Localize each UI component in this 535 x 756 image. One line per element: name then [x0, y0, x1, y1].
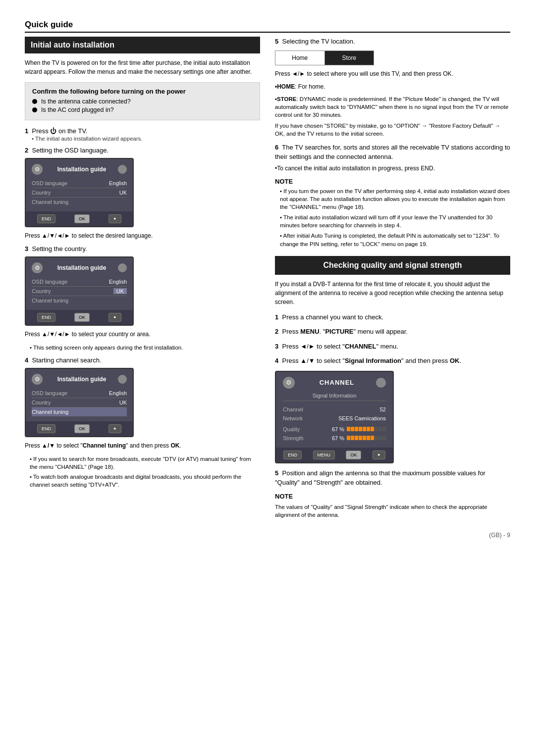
ch-btn-menu: MENU — [313, 451, 335, 459]
note2-header: NOTE — [275, 493, 510, 500]
network-label: Network — [283, 415, 303, 421]
ch-btn-ok: OK — [346, 451, 361, 459]
page-container: Quick guide Initial auto installation Wh… — [25, 20, 510, 539]
right-column: 5 Selecting the TV location. Home Store … — [275, 37, 510, 522]
step3-note: This setting screen only appears during … — [30, 344, 260, 352]
step-4-num: 4 — [25, 356, 28, 364]
channel-row-quality: Quality 67 % — [283, 425, 386, 434]
note-3: After initial Auto Tuning is completed, … — [280, 232, 510, 248]
tv-gear-icon-1: ⚙ — [32, 164, 43, 175]
tv-gear-icon-3: ⚙ — [32, 374, 43, 385]
press-ok-text: Press ◄/► to select where you will use t… — [275, 69, 510, 78]
channel-subtitle: Signal Information — [283, 393, 386, 401]
intro-text: When the TV is powered on for the first … — [25, 58, 260, 76]
checking-section-header: Checking quality and signal strength — [275, 256, 510, 275]
confirm-item-2: Is the AC cord plugged in? — [32, 106, 253, 113]
step-1: 1 Press ⏻ on the TV. The initial auto in… — [25, 127, 260, 142]
strength-label: Strength — [283, 435, 304, 441]
ch-btn-extra: ✦ — [373, 451, 385, 459]
store-button[interactable]: Store — [325, 51, 374, 65]
step-3-num: 3 — [25, 245, 28, 252]
channel-row-network: Network SEES Caenications — [283, 414, 386, 423]
channel-row-channel: Channel 52 — [283, 405, 386, 414]
note-1: If you turn the power on the TV after pe… — [280, 187, 510, 211]
step4-note-2: To watch both analogue broadcasts and di… — [30, 473, 260, 489]
channel-row-strength: Strength 67 % — [283, 434, 386, 443]
step-1-num: 1 — [25, 127, 28, 135]
press-step3: Press ▲/▼/◄/► to select your country or … — [25, 330, 260, 339]
quality-bar-container: 67 % — [332, 426, 386, 432]
step-2: 2 Setting the OSD language. ⚙ Installati… — [25, 147, 260, 240]
step-4: 4 Starting channel search. ⚙ Installatio… — [25, 356, 260, 489]
tv-title-2: Installation guide — [46, 264, 118, 271]
quality-label: Quality — [283, 426, 300, 432]
step-1-text: Press ⏻ on the TV. — [30, 127, 88, 135]
strength-value: 67 % — [332, 435, 345, 441]
tv-signal-icon-1 — [118, 165, 127, 174]
channel-signal-icon — [376, 378, 386, 388]
tv-screen-1: ⚙ Installation guide OSD language Englis… — [25, 158, 134, 227]
channel-gear-icon: ⚙ — [283, 377, 295, 389]
strength-bar-container: 67 % — [332, 435, 386, 441]
checking-step-5: 5 Position and align the antenna so that… — [275, 468, 510, 488]
step4-note-1: If you want to search for more broadcast… — [30, 455, 260, 471]
confirm-item-1: Is the antenna cable connected? — [32, 98, 253, 105]
tv-btn-ok-2: OK — [74, 313, 90, 322]
tv-screen-3: ⚙ Installation guide OSD language Englis… — [25, 368, 134, 437]
store-desc: •STORE: DYNAMIC mode is predetermined. I… — [275, 95, 510, 119]
location-buttons: Home Store — [275, 50, 374, 65]
step-5-num: 5 — [275, 38, 278, 45]
checking-step-2: 2 Press MENU. "PICTURE" menu will appear… — [275, 327, 510, 337]
step-1-sub: The initial auto installation wizard app… — [32, 136, 260, 142]
confirm-box: Confirm the following before turning on … — [25, 82, 260, 120]
checking-step-4: 4 Press ▲/▼ to select "Signal Informatio… — [275, 356, 510, 366]
quality-value: 67 % — [332, 426, 345, 432]
tv-btn-end-3: END — [37, 424, 55, 433]
left-column: Initial auto installation When the TV is… — [25, 37, 260, 522]
home-desc: •HOME: For home. — [275, 82, 510, 91]
tv-btn-end-1: END — [37, 214, 55, 223]
channel-title: CHANNEL — [298, 379, 376, 386]
strength-bar — [347, 436, 386, 440]
store-note1: If you have chosen "STORE" by mistake, g… — [275, 122, 510, 138]
confirm-box-title: Confirm the following before turning on … — [32, 88, 253, 95]
note-section: NOTE If you turn the power on the TV aft… — [275, 178, 510, 248]
tv-screen-2: ⚙ Installation guide OSD language Englis… — [25, 256, 134, 326]
channel-buttons: END MENU OK ✦ — [276, 448, 393, 462]
tv-btn-extra-3: ✦ — [108, 424, 121, 433]
note2-text: The values of "Quality" and "Signal Stre… — [275, 503, 510, 519]
checking-step-3: 3 Press ◄/► to select "CHANNEL" menu. — [275, 342, 510, 352]
tv-btn-extra-2: ✦ — [108, 313, 121, 322]
step-6: 6 The TV searches for, sorts and stores … — [275, 143, 510, 173]
bullet-circle-2 — [32, 107, 37, 112]
tv-btn-extra-1: ✦ — [108, 214, 121, 223]
note2-section: NOTE The values of "Quality" and "Signal… — [275, 493, 510, 519]
press-step4: Press ▲/▼ to select "Channel tuning" and… — [25, 441, 260, 450]
channel-screen: ⚙ CHANNEL Signal Information Channel 52 … — [275, 371, 394, 463]
tv-btn-ok-1: OK — [74, 214, 90, 223]
page-number: (GB) - 9 — [489, 532, 510, 539]
step-6-num: 6 — [275, 144, 278, 151]
quick-guide-title: Quick guide — [25, 20, 510, 33]
channel-label: Channel — [283, 406, 303, 412]
home-button[interactable]: Home — [275, 51, 325, 65]
checking-step-1: 1 Press a channel you want to check. — [275, 312, 510, 322]
tv-signal-icon-3 — [118, 375, 127, 384]
page-footer: (GB) - 9 — [25, 532, 510, 539]
step-5-location: 5 Selecting the TV location. Home Store … — [275, 37, 510, 138]
note-header: NOTE — [275, 178, 510, 185]
network-value: SEES Caenications — [338, 415, 386, 421]
tv-title-3: Installation guide — [46, 376, 118, 383]
ch-btn-end: END — [283, 451, 302, 459]
press-step2: Press ▲/▼/◄/► to select the desired lang… — [25, 231, 260, 240]
bullet-circle-1 — [32, 99, 37, 104]
left-section-header: Initial auto installation — [25, 37, 260, 53]
channel-value: 52 — [380, 406, 386, 412]
step-2-num: 2 — [25, 147, 28, 154]
note-2: The initial auto installation wizard wil… — [280, 213, 510, 229]
checking-intro: If you install a DVB-T antenna for the f… — [275, 280, 510, 306]
tv-btn-ok-3: OK — [74, 424, 90, 433]
quality-bar — [347, 427, 386, 431]
step-3: 3 Setting the country. ⚙ Installation gu… — [25, 245, 260, 352]
step6-note: •To cancel the initial auto installation… — [275, 164, 510, 173]
